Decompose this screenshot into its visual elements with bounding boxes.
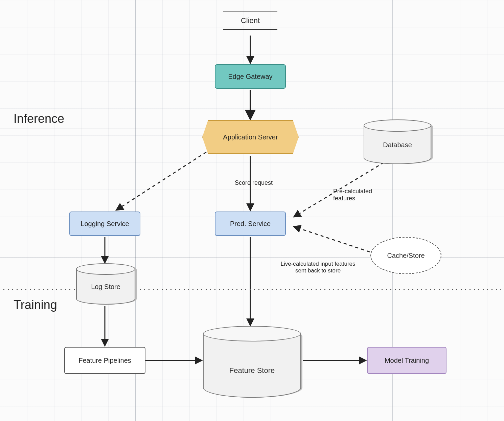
feature-store-label: Feature Store (203, 366, 301, 375)
application-server-node[interactable]: Application Server (202, 120, 299, 154)
logging-service-label: Logging Service (81, 220, 129, 228)
svg-line-2 (117, 146, 216, 210)
log-store-node[interactable]: Log Store (76, 264, 135, 305)
client-actor: Client (223, 10, 277, 31)
database-node[interactable]: Database (364, 120, 431, 164)
svg-line-5 (294, 227, 375, 254)
log-store-label: Log Store (76, 283, 135, 291)
section-label-inference: Inference (14, 112, 64, 126)
edge-label-pred-to-store: Live-calculated input features sent back… (262, 261, 374, 274)
edge-gateway-node[interactable]: Edge Gateway (215, 64, 286, 89)
logging-service-node[interactable]: Logging Service (69, 212, 140, 236)
model-training-node[interactable]: Model Training (367, 347, 446, 374)
cache-label: Cache/Store (387, 252, 425, 260)
cache-node[interactable]: Cache/Store (370, 237, 441, 274)
database-label: Database (364, 141, 431, 149)
pred-service-label: Pred. Service (230, 220, 271, 228)
section-label-training: Training (14, 298, 57, 312)
client-label: Client (223, 14, 277, 28)
pred-service-node[interactable]: Pred. Service (215, 212, 286, 236)
feature-pipelines-label: Feature Pipelines (78, 357, 131, 364)
edge-label-app-to-pred: Score request (223, 179, 284, 186)
application-server-label: Application Server (223, 133, 278, 141)
edge-label-db-to-pred: Pre-calculated features (333, 188, 404, 202)
feature-pipelines-node[interactable]: Feature Pipelines (64, 347, 145, 374)
model-training-label: Model Training (385, 357, 429, 364)
edge-gateway-label: Edge Gateway (228, 73, 272, 81)
feature-store-node[interactable]: Feature Store (203, 327, 301, 398)
